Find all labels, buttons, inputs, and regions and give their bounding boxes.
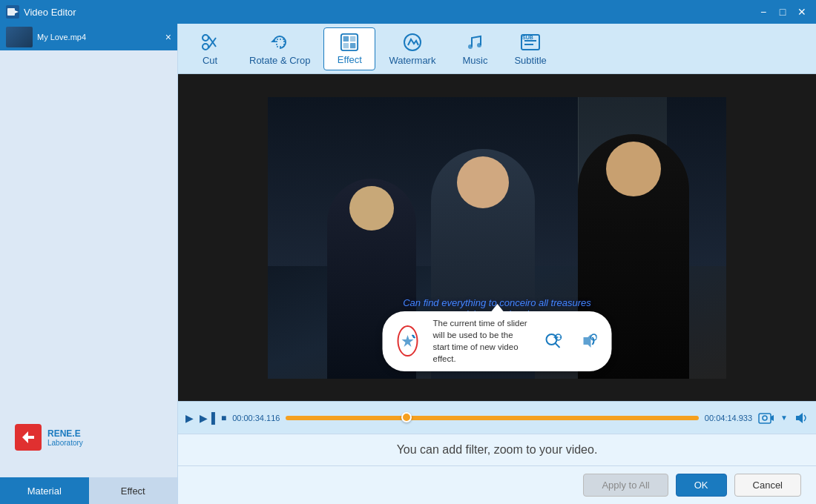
svg-rect-11 [350,36,355,41]
svg-rect-32 [759,414,771,423]
material-effect-tabs: Material Effect [0,477,177,504]
title-bar-controls: − □ ✕ [755,4,810,20]
video-frame: Can find everything to conceiro all trea… [268,97,726,379]
ok-button[interactable]: OK [676,474,727,497]
footer-bar: Apply to All OK Cancel [178,465,816,504]
svg-rect-10 [343,36,349,41]
toolbar-subtitle[interactable]: SUB Subtitle [504,27,556,70]
close-button[interactable]: ✕ [794,4,810,20]
svg-point-34 [763,416,767,420]
svg-point-15 [468,44,473,49]
svg-rect-12 [343,42,349,47]
music-icon [464,32,485,53]
file-name: My Love.mp4 [37,33,161,42]
watermark-icon [402,32,423,53]
title-bar-left: Video Editor [6,5,76,19]
file-thumbnail [6,27,33,47]
svg-marker-7 [271,39,277,42]
rotate-icon [269,32,290,53]
music-label: Music [462,55,487,66]
brand-logo [15,424,42,451]
left-panel: My Love.mp4 × RENE.E Laboratory Material [0,24,178,504]
minimize-button[interactable]: − [755,4,771,20]
effect-icon [339,33,360,52]
step-forward-button[interactable]: ▶▐ [200,412,215,424]
subtitle-icon: SUB [520,32,541,53]
toolbar-cut[interactable]: Cut [184,27,236,70]
audio-effect-button[interactable] [578,325,597,357]
svg-rect-1 [7,8,15,16]
add-effect-button[interactable] [398,325,418,357]
stop-button[interactable]: ■ [221,413,226,423]
svg-rect-8 [277,39,284,47]
time-start: 00:00:34.116 [232,414,280,422]
watermark-label: Watermark [389,55,435,66]
apply-to-all-button[interactable]: Apply to All [583,474,668,497]
file-close-button[interactable]: × [165,31,171,43]
rotate-label: Rotate & Crop [249,55,310,66]
main-layout: My Love.mp4 × RENE.E Laboratory Material [0,24,816,504]
effect-label: Effect [338,54,362,65]
effect-tab[interactable]: Effect [89,477,178,504]
left-content-area: RENE.E Laboratory [0,50,177,477]
cancel-button[interactable]: Cancel [734,474,801,497]
camera-dropdown-arrow[interactable]: ▼ [780,414,788,422]
progress-thumb[interactable] [401,412,412,422]
zoom-effect-button[interactable] [544,325,563,357]
toolbar: Cut Rotate & Crop [178,24,816,74]
material-tab[interactable]: Material [0,477,89,504]
info-bar: You can add filter, zoom to your video. [178,434,816,465]
svg-rect-13 [350,42,355,47]
volume-icon[interactable] [794,411,809,425]
title-text: Video Editor [24,7,76,18]
popup-arrow [491,304,503,311]
scissors-icon [200,32,220,53]
info-text: You can add filter, zoom to your video. [397,443,598,456]
file-tab: My Love.mp4 × [0,24,177,50]
video-area: Can find everything to conceiro all trea… [178,74,816,401]
effect-tooltip-text: The current time of slider will be used … [433,317,529,365]
effect-popup: The current time of slider will be used … [383,311,612,371]
progress-bar[interactable] [286,416,698,420]
toolbar-effect[interactable]: Effect [323,27,375,70]
svg-line-24 [556,343,560,348]
subtitle-label: Subtitle [514,55,546,66]
svg-line-6 [208,38,216,48]
toolbar-watermark[interactable]: Watermark [378,27,446,70]
svg-text:SUB: SUB [522,35,533,40]
title-bar: Video Editor − □ ✕ [0,0,816,24]
camera-icon[interactable] [758,410,774,426]
brand-text: RENE.E Laboratory [47,428,83,447]
play-button[interactable]: ▶ [185,412,194,424]
player-bar: ▶ ▶▐ ■ 00:00:34.116 00:04:14.933 ▼ [178,401,816,434]
svg-point-16 [477,43,481,47]
svg-line-5 [208,36,216,47]
cut-label: Cut [203,55,217,66]
toolbar-rotate[interactable]: Rotate & Crop [239,27,320,70]
app-icon [6,5,19,19]
time-end: 00:04:14.933 [705,414,752,422]
toolbar-music[interactable]: Music [449,27,501,70]
video-content: Can find everything to conceiro all trea… [268,97,726,379]
svg-point-3 [203,35,208,41]
restore-button[interactable]: □ [774,4,791,20]
right-panel: Cut Rotate & Crop [178,24,816,504]
svg-point-4 [203,44,208,50]
